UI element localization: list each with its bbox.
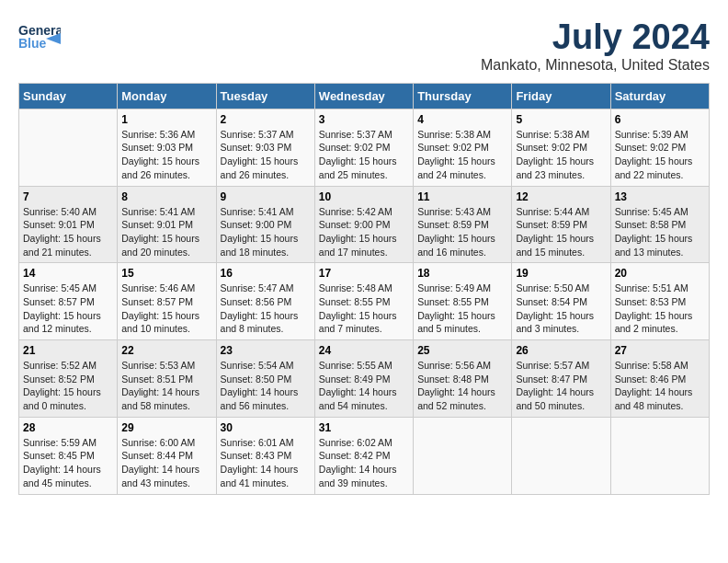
col-header-tuesday: Tuesday	[216, 83, 314, 109]
day-info: Sunrise: 5:54 AM Sunset: 8:50 PM Dayligh…	[221, 359, 311, 413]
col-header-monday: Monday	[118, 83, 216, 109]
day-number: 19	[516, 267, 606, 280]
calendar-cell	[414, 417, 512, 494]
day-number: 31	[319, 421, 409, 434]
calendar-cell: 27Sunrise: 5:58 AM Sunset: 8:46 PM Dayli…	[610, 340, 709, 418]
calendar-cell: 15Sunrise: 5:46 AM Sunset: 8:57 PM Dayli…	[118, 263, 216, 340]
col-header-thursday: Thursday	[414, 83, 512, 109]
day-info: Sunrise: 5:38 AM Sunset: 9:02 PM Dayligh…	[516, 128, 606, 182]
day-info: Sunrise: 5:44 AM Sunset: 8:59 PM Dayligh…	[516, 205, 606, 259]
day-info: Sunrise: 5:40 AM Sunset: 9:01 PM Dayligh…	[23, 205, 113, 259]
day-info: Sunrise: 5:51 AM Sunset: 8:53 PM Dayligh…	[615, 282, 705, 336]
calendar-cell: 26Sunrise: 5:57 AM Sunset: 8:47 PM Dayli…	[512, 340, 610, 418]
calendar-week-row: 21Sunrise: 5:52 AM Sunset: 8:52 PM Dayli…	[19, 340, 710, 418]
day-number: 25	[417, 344, 507, 357]
calendar-cell: 7Sunrise: 5:40 AM Sunset: 9:01 PM Daylig…	[19, 186, 118, 263]
calendar-cell: 4Sunrise: 5:38 AM Sunset: 9:02 PM Daylig…	[414, 109, 512, 186]
calendar-cell: 29Sunrise: 6:00 AM Sunset: 8:44 PM Dayli…	[118, 417, 216, 494]
day-info: Sunrise: 5:56 AM Sunset: 8:48 PM Dayligh…	[417, 359, 507, 413]
calendar-cell: 16Sunrise: 5:47 AM Sunset: 8:56 PM Dayli…	[216, 263, 314, 340]
day-number: 7	[23, 190, 113, 203]
day-number: 12	[516, 190, 606, 203]
day-info: Sunrise: 5:52 AM Sunset: 8:52 PM Dayligh…	[23, 359, 113, 413]
calendar-cell: 25Sunrise: 5:56 AM Sunset: 8:48 PM Dayli…	[414, 340, 512, 418]
day-info: Sunrise: 5:39 AM Sunset: 9:02 PM Dayligh…	[615, 128, 705, 182]
calendar-cell: 23Sunrise: 5:54 AM Sunset: 8:50 PM Dayli…	[216, 340, 314, 418]
day-number: 9	[221, 190, 311, 203]
calendar-cell: 13Sunrise: 5:45 AM Sunset: 8:58 PM Dayli…	[610, 186, 709, 263]
day-number: 2	[221, 113, 311, 126]
calendar-week-row: 1Sunrise: 5:36 AM Sunset: 9:03 PM Daylig…	[19, 109, 710, 186]
col-header-friday: Friday	[512, 83, 610, 109]
day-info: Sunrise: 5:55 AM Sunset: 8:49 PM Dayligh…	[319, 359, 409, 413]
day-info: Sunrise: 5:48 AM Sunset: 8:55 PM Dayligh…	[319, 282, 409, 336]
day-number: 26	[516, 344, 606, 357]
calendar-title: July 2024	[481, 18, 710, 57]
day-number: 3	[319, 113, 409, 126]
day-info: Sunrise: 5:58 AM Sunset: 8:46 PM Dayligh…	[615, 359, 705, 413]
calendar-week-row: 28Sunrise: 5:59 AM Sunset: 8:45 PM Dayli…	[19, 417, 710, 494]
col-header-wednesday: Wednesday	[314, 83, 413, 109]
day-info: Sunrise: 5:36 AM Sunset: 9:03 PM Dayligh…	[121, 128, 211, 182]
calendar-cell: 10Sunrise: 5:42 AM Sunset: 9:00 PM Dayli…	[314, 186, 413, 263]
day-number: 22	[121, 344, 211, 357]
day-number: 17	[319, 267, 409, 280]
calendar-cell	[19, 109, 118, 186]
day-number: 10	[319, 190, 409, 203]
svg-text:Blue: Blue	[18, 36, 47, 51]
calendar-cell: 19Sunrise: 5:50 AM Sunset: 8:54 PM Dayli…	[512, 263, 610, 340]
calendar-cell: 8Sunrise: 5:41 AM Sunset: 9:01 PM Daylig…	[118, 186, 216, 263]
day-number: 8	[121, 190, 211, 203]
col-header-sunday: Sunday	[19, 83, 118, 109]
day-info: Sunrise: 5:47 AM Sunset: 8:56 PM Dayligh…	[221, 282, 311, 336]
day-number: 16	[221, 267, 311, 280]
day-info: Sunrise: 5:57 AM Sunset: 8:47 PM Dayligh…	[516, 359, 606, 413]
day-number: 20	[615, 267, 705, 280]
day-info: Sunrise: 6:01 AM Sunset: 8:43 PM Dayligh…	[221, 436, 311, 490]
calendar-table: SundayMondayTuesdayWednesdayThursdayFrid…	[18, 83, 710, 495]
day-info: Sunrise: 5:49 AM Sunset: 8:55 PM Dayligh…	[417, 282, 507, 336]
calendar-cell: 21Sunrise: 5:52 AM Sunset: 8:52 PM Dayli…	[19, 340, 118, 418]
calendar-cell	[512, 417, 610, 494]
calendar-cell: 31Sunrise: 6:02 AM Sunset: 8:42 PM Dayli…	[314, 417, 413, 494]
day-info: Sunrise: 6:00 AM Sunset: 8:44 PM Dayligh…	[121, 436, 211, 490]
calendar-cell: 9Sunrise: 5:41 AM Sunset: 9:00 PM Daylig…	[216, 186, 314, 263]
day-info: Sunrise: 5:41 AM Sunset: 9:01 PM Dayligh…	[121, 205, 211, 259]
day-info: Sunrise: 5:42 AM Sunset: 9:00 PM Dayligh…	[319, 205, 409, 259]
day-info: Sunrise: 6:02 AM Sunset: 8:42 PM Dayligh…	[319, 436, 409, 490]
calendar-subtitle: Mankato, Minnesota, United States	[481, 57, 710, 74]
day-info: Sunrise: 5:38 AM Sunset: 9:02 PM Dayligh…	[417, 128, 507, 182]
day-number: 6	[615, 113, 705, 126]
calendar-header-row: SundayMondayTuesdayWednesdayThursdayFrid…	[19, 83, 710, 109]
day-number: 15	[121, 267, 211, 280]
day-number: 4	[417, 113, 507, 126]
day-number: 13	[615, 190, 705, 203]
calendar-week-row: 14Sunrise: 5:45 AM Sunset: 8:57 PM Dayli…	[19, 263, 710, 340]
day-number: 28	[23, 421, 113, 434]
calendar-cell: 5Sunrise: 5:38 AM Sunset: 9:02 PM Daylig…	[512, 109, 610, 186]
day-info: Sunrise: 5:37 AM Sunset: 9:03 PM Dayligh…	[221, 128, 311, 182]
day-number: 27	[615, 344, 705, 357]
calendar-cell: 11Sunrise: 5:43 AM Sunset: 8:59 PM Dayli…	[414, 186, 512, 263]
calendar-cell: 14Sunrise: 5:45 AM Sunset: 8:57 PM Dayli…	[19, 263, 118, 340]
day-info: Sunrise: 5:50 AM Sunset: 8:54 PM Dayligh…	[516, 282, 606, 336]
day-info: Sunrise: 5:46 AM Sunset: 8:57 PM Dayligh…	[121, 282, 211, 336]
calendar-cell: 12Sunrise: 5:44 AM Sunset: 8:59 PM Dayli…	[512, 186, 610, 263]
col-header-saturday: Saturday	[610, 83, 709, 109]
day-number: 24	[319, 344, 409, 357]
calendar-cell: 3Sunrise: 5:37 AM Sunset: 9:02 PM Daylig…	[314, 109, 413, 186]
calendar-cell: 28Sunrise: 5:59 AM Sunset: 8:45 PM Dayli…	[19, 417, 118, 494]
day-number: 1	[121, 113, 211, 126]
title-block: July 2024 Mankato, Minnesota, United Sta…	[481, 18, 710, 74]
day-number: 11	[417, 190, 507, 203]
day-info: Sunrise: 5:53 AM Sunset: 8:51 PM Dayligh…	[121, 359, 211, 413]
day-info: Sunrise: 5:41 AM Sunset: 9:00 PM Dayligh…	[221, 205, 311, 259]
day-info: Sunrise: 5:45 AM Sunset: 8:58 PM Dayligh…	[615, 205, 705, 259]
day-number: 23	[221, 344, 311, 357]
calendar-cell: 6Sunrise: 5:39 AM Sunset: 9:02 PM Daylig…	[610, 109, 709, 186]
day-info: Sunrise: 5:45 AM Sunset: 8:57 PM Dayligh…	[23, 282, 113, 336]
day-number: 29	[121, 421, 211, 434]
day-number: 30	[221, 421, 311, 434]
calendar-cell: 24Sunrise: 5:55 AM Sunset: 8:49 PM Dayli…	[314, 340, 413, 418]
day-number: 18	[417, 267, 507, 280]
